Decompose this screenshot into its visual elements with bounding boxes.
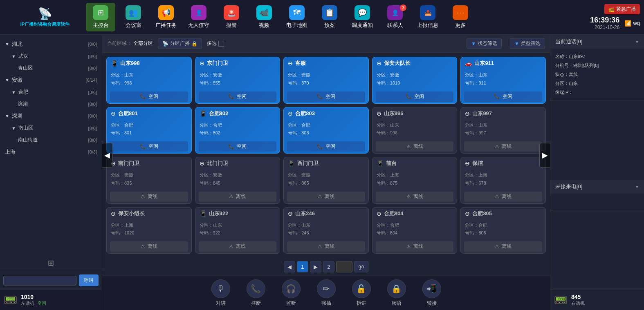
- time-display: 16:39:36: [590, 16, 619, 25]
- sidebar-item-shenzhen[interactable]: ▼ 深圳 [0/0]: [0, 110, 102, 122]
- device-card-8[interactable]: ⊖ 山东996 分区：山东 号码：996 ⚠离线: [372, 107, 458, 154]
- missed-calls-label: 未接来电[0]: [555, 183, 582, 190]
- current-calls-header[interactable]: 当前通话[0] ▼: [550, 35, 644, 49]
- phone-right-label: 右话机: [571, 300, 641, 306]
- device-name-9: 山东997: [472, 110, 541, 117]
- sidebar-item-nanshan[interactable]: ▼ 南山区 [0/0]: [0, 122, 102, 134]
- sidebar-item-count: [0/0]: [88, 114, 97, 118]
- page-1[interactable]: 1: [297, 261, 308, 272]
- sidebar-item-binhu[interactable]: 滨湖 [0/0]: [0, 98, 102, 110]
- emergency-icon: 📻: [608, 7, 615, 12]
- nav-item-alarm[interactable]: 🚨 报警: [217, 3, 246, 31]
- sidebar-item-hubei[interactable]: ▼ 湖北 [0/0]: [0, 38, 102, 50]
- device-card-13[interactable]: 📱 前台 分区：上海 号码：875 ⚠离线: [372, 157, 458, 204]
- btn-intercom[interactable]: 🎙 对讲: [211, 279, 230, 307]
- device-icon-14: ⊖: [465, 160, 470, 167]
- sidebar-item-count: [6/14]: [85, 78, 97, 83]
- device-card-15[interactable]: ⊖ 保安小组长 分区：上海 号码：1020 ⚠离线: [106, 207, 192, 254]
- page-go-button[interactable]: go: [354, 261, 368, 272]
- phone-right-info: 845 右话机: [571, 294, 641, 306]
- filter-state-button[interactable]: ▼ 状态筛选: [467, 38, 502, 49]
- nav-item-dispatch[interactable]: 💬 调度通知: [348, 3, 377, 31]
- device-card-17[interactable]: ⊖ 山东246 分区：山东 号码：246 ⚠离线: [283, 207, 369, 254]
- device-card-7[interactable]: ⊖ 合肥803 分区：合肥 号码：803 📞空闲: [283, 107, 369, 154]
- btn-transfer[interactable]: 📲 转接: [422, 279, 441, 307]
- emergency-button[interactable]: 📻 紧急广播: [604, 4, 640, 14]
- grid-icon[interactable]: ⊞: [2, 259, 100, 268]
- time-date: 16:39:36 2021-10-26 📶 wq: [590, 16, 640, 30]
- filter-type-button[interactable]: ▼ 类型筛选: [510, 38, 545, 49]
- btn-secret[interactable]: 🔒 密语: [387, 279, 406, 307]
- intercom-icon: 🎙: [211, 279, 230, 298]
- device-icon-8: ⊖: [377, 110, 381, 117]
- nav-item-broadcast[interactable]: 📢 广播任务: [151, 3, 181, 31]
- device-card-12[interactable]: 📱 西门门卫 分区：安徽 号码：865 ⚠离线: [283, 157, 369, 204]
- device-icon-4: 🚗: [465, 60, 472, 67]
- nav-label-contacts: 联系人: [387, 22, 403, 29]
- nav-item-main[interactable]: ⊞ 主控台: [86, 3, 115, 31]
- nav-icon-video: 📹: [256, 5, 272, 20]
- dial-input-field[interactable]: [3, 276, 76, 285]
- nav-arrow-left[interactable]: ◀: [102, 143, 113, 167]
- nav-arrow-right[interactable]: ▶: [539, 143, 550, 167]
- nav-item-plan[interactable]: 📋 预案: [315, 3, 344, 31]
- nav-item-report[interactable]: 📤 上报信息: [413, 3, 442, 31]
- device-card-6[interactable]: 📱 合肥802 分区：合肥 号码：802 📞空闲: [195, 107, 280, 154]
- page-jump-input[interactable]: [336, 261, 352, 272]
- sidebar-item-hefei[interactable]: ▼ 合肥 [3/6]: [0, 86, 102, 98]
- sidebar-item-label: 武汉: [18, 53, 88, 60]
- device-card-9[interactable]: ⊖ 山东997 分区：山东 号码：997 ⚠离线: [460, 107, 546, 154]
- btn-monitor[interactable]: 🎧 监听: [282, 279, 301, 307]
- call-button[interactable]: 呼叫: [79, 274, 99, 286]
- sidebar-item-count: [0/0]: [88, 66, 97, 71]
- device-name-10: 南门门卫: [118, 160, 187, 167]
- transfer-label: 转接: [427, 300, 437, 307]
- contacts-badge: 3: [400, 4, 406, 11]
- nav-item-more[interactable]: ⋯ 更多: [446, 3, 475, 31]
- nav-item-video[interactable]: 📹 视频: [249, 3, 279, 31]
- missed-calls-section: 未接来电[0] ▼: [550, 180, 644, 210]
- broadcast-button[interactable]: 📡 分区广播 🔒: [158, 38, 202, 49]
- current-calls-content: 名称：山东997 分机号：9排电队列[0] 状态：离线 分区：山东 终端IP：: [550, 49, 644, 100]
- nav-icon-dispatch: 💬: [355, 5, 370, 20]
- phone-left-icon: 📟: [3, 293, 18, 307]
- nav-item-contacts[interactable]: 👤 3 联系人: [380, 3, 410, 31]
- device-card-18[interactable]: ⊖ 合肥804 分区：合肥 号码：804 ⚠离线: [372, 207, 458, 254]
- device-card-1[interactable]: ⊖ 东门门卫 分区：安徽 号码：855 📞空闲: [195, 57, 280, 104]
- btn-split[interactable]: 🔓 拆讲: [352, 279, 371, 307]
- nav-item-uav[interactable]: 👤 无人值守: [184, 3, 213, 31]
- device-card-4[interactable]: 🚗 山东911 分区：山东 号码：911 📞空闲: [460, 57, 546, 104]
- missed-calls-header[interactable]: 未接来电[0] ▼: [550, 180, 644, 194]
- multiselect-checkbox[interactable]: [218, 41, 224, 47]
- tree-arrow: ▼: [11, 90, 16, 95]
- device-card-0[interactable]: 📱 山东998 分区：山东 号码：998 📞空闲: [106, 57, 192, 104]
- detail-machine-label: 分机号：: [555, 63, 573, 68]
- sidebar-item-wuhan[interactable]: ▼ 武汉 [0/0]: [0, 50, 102, 62]
- device-card-11[interactable]: ⊖ 北门门卫 分区：安徽 号码：845 ⚠离线: [195, 157, 280, 204]
- sidebar-item-label: 滨湖: [18, 100, 88, 107]
- sidebar-item-nanshan-street[interactable]: 南山街道 [0/0]: [0, 134, 102, 146]
- device-card-3[interactable]: ⊖ 保安大队长 分区：安徽 号码：1010 📞空闲: [372, 57, 458, 104]
- username: wq: [633, 20, 640, 26]
- btn-force-insert[interactable]: ✏ 强插: [317, 279, 336, 307]
- device-card-14[interactable]: ⊖ 保洁 分区：上海 号码：678 ⚠离线: [460, 157, 546, 204]
- header: 📡 IP广播对讲融合调度软件 ⊞ 主控台 👥 会议室 📢 广播任务 👤 无人值守…: [0, 0, 644, 35]
- device-grid: ◀ ▶ 📱 山东998 分区：山东 号码：998 📞空闲 ⊖: [102, 53, 550, 258]
- nav-label-gis: 电子地图: [286, 22, 307, 29]
- device-card-19[interactable]: ⊖ 合肥805 分区：合肥 号码：805 ⚠离线: [460, 207, 546, 254]
- device-card-10[interactable]: ⊖ 南门门卫 分区：安徽 号码：835 ⚠离线: [106, 157, 192, 204]
- page-prev[interactable]: ◀: [284, 261, 295, 272]
- sidebar-item-shanghai[interactable]: 上海 [0/3]: [0, 146, 102, 158]
- nav-icon-broadcast: 📢: [158, 5, 174, 20]
- page-next[interactable]: ▶: [310, 261, 321, 272]
- nav-item-meeting[interactable]: 👥 会议室: [119, 3, 148, 31]
- detail-ip-label: 终端IP：: [555, 90, 573, 95]
- device-card-2[interactable]: ⊖ 客服 分区：安徽 号码：870 📞空闲: [283, 57, 369, 104]
- missed-calls-content: [550, 194, 644, 210]
- device-card-5[interactable]: ⊖ 合肥801 分区：合肥 号码：801 📞空闲: [106, 107, 192, 154]
- sidebar-item-qingshan[interactable]: 青山区 [0/0]: [0, 62, 102, 74]
- device-card-16[interactable]: 📱 山东922 分区：山东 号码：922 ⚠离线: [195, 207, 280, 254]
- sidebar-item-anhui[interactable]: ▼ 安徽 [6/14]: [0, 74, 102, 86]
- btn-hangup[interactable]: 📞 挂断: [247, 279, 265, 307]
- nav-item-gis[interactable]: 🗺 电子地图: [282, 3, 312, 31]
